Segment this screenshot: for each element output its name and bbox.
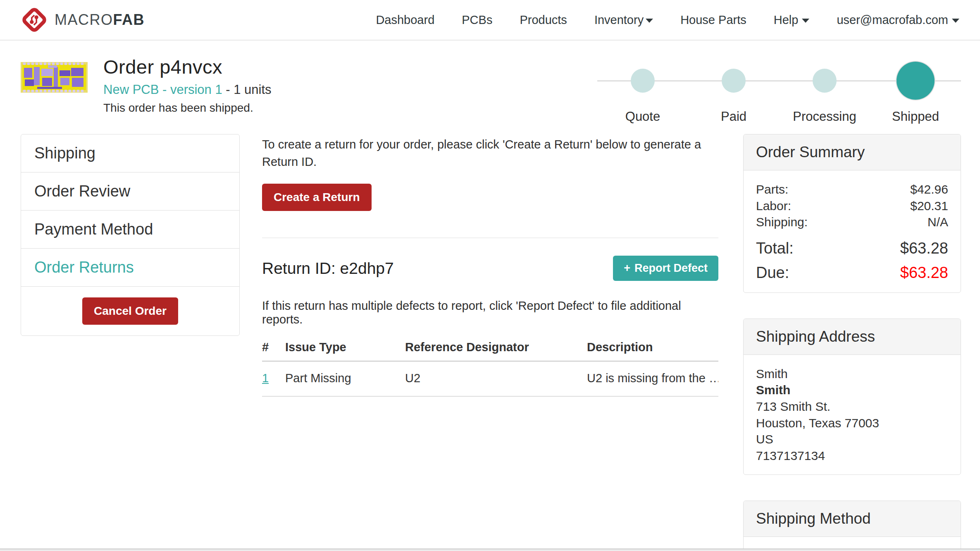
create-return-instructions: To create a return for your order, pleas… bbox=[262, 136, 718, 170]
defect-issue-type: Part Missing bbox=[285, 371, 405, 385]
caret-down-icon bbox=[646, 19, 653, 23]
summary-row-due: Due:$63.28 bbox=[756, 264, 948, 282]
caret-down-icon bbox=[802, 19, 809, 23]
report-defect-button[interactable]: +Report Defect bbox=[613, 256, 718, 281]
address-line: Smith bbox=[756, 366, 948, 382]
page-title: Order p4nvcx bbox=[103, 55, 272, 78]
address-line: 7137137134 bbox=[756, 448, 948, 464]
order-info-column: Order Summary Parts:$42.96 Labor:$20.31 … bbox=[743, 134, 961, 551]
nav-item-house-parts[interactable]: House Parts bbox=[680, 13, 746, 27]
macrofab-logo[interactable]: MACROFAB bbox=[21, 6, 145, 34]
defect-reference-designator: U2 bbox=[405, 371, 587, 385]
progress-dot-processing bbox=[813, 69, 837, 93]
footer-divider bbox=[0, 549, 980, 551]
shipping-address-panel: Shipping Address Smith Smith 713 Smith S… bbox=[743, 319, 961, 475]
multiple-defects-note: If this return has multiple defects to r… bbox=[262, 299, 718, 326]
order-header: Order p4nvcx New PCB - version 1 - 1 uni… bbox=[21, 55, 961, 124]
sidebar-item-shipping[interactable]: Shipping bbox=[21, 134, 239, 172]
pcb-thumbnail-image[interactable] bbox=[21, 62, 88, 93]
cancel-order-button[interactable]: Cancel Order bbox=[82, 297, 178, 325]
order-section-sidebar: Shipping Order Review Payment Method Ord… bbox=[21, 134, 240, 336]
order-status-text: This order has been shipped. bbox=[103, 101, 272, 115]
address-line: 713 Smith St. bbox=[756, 398, 948, 415]
top-navbar: MACROFAB Dashboard PCBs Products Invento… bbox=[0, 0, 980, 41]
shipping-method-panel: Shipping Method Please select a shipping… bbox=[743, 501, 961, 551]
summary-row-shipping: Shipping:N/A bbox=[756, 214, 948, 230]
address-line: Houston, Texas 77003 bbox=[756, 415, 948, 431]
summary-row-labor: Labor:$20.31 bbox=[756, 198, 948, 214]
column-header-description: Description bbox=[587, 340, 718, 354]
sidebar-item-order-review[interactable]: Order Review bbox=[21, 172, 239, 210]
progress-dot-quote bbox=[631, 69, 655, 93]
sidebar-item-order-returns[interactable]: Order Returns bbox=[21, 248, 239, 286]
return-id-heading: Return ID: e2dhp7 bbox=[262, 259, 394, 278]
defect-description: U2 is missing from the … bbox=[587, 371, 718, 385]
nav-item-pcbs[interactable]: PCBs bbox=[462, 13, 492, 27]
units-suffix: - 1 units bbox=[222, 82, 272, 97]
progress-dot-shipped bbox=[897, 62, 935, 100]
amount-due-value: $63.28 bbox=[900, 264, 948, 282]
shipping-method-title: Shipping Method bbox=[744, 501, 961, 537]
plus-icon: + bbox=[624, 262, 630, 274]
summary-row-parts: Parts:$42.96 bbox=[756, 181, 948, 198]
user-account-menu[interactable]: user@macrofab.com bbox=[837, 13, 959, 27]
progress-step-quote: Quote bbox=[597, 55, 688, 124]
address-line: US bbox=[756, 431, 948, 448]
nav-menu: Dashboard PCBs Products Inventory House … bbox=[348, 13, 959, 27]
create-return-button[interactable]: Create a Return bbox=[262, 184, 372, 211]
nav-item-inventory[interactable]: Inventory bbox=[594, 13, 653, 27]
progress-dot-paid bbox=[722, 69, 746, 93]
column-header-reference-designator: Reference Designator bbox=[405, 340, 587, 354]
brand-wordmark: MACROFAB bbox=[55, 11, 145, 29]
order-summary-title: Order Summary bbox=[744, 134, 961, 170]
progress-step-shipped: Shipped bbox=[870, 55, 961, 124]
progress-step-processing: Processing bbox=[779, 55, 870, 124]
section-divider bbox=[262, 237, 718, 238]
defect-report-link[interactable]: 1 bbox=[262, 371, 269, 385]
pcb-version-link[interactable]: New PCB - version 1 bbox=[103, 82, 222, 97]
table-row: 1 Part Missing U2 U2 is missing from the… bbox=[262, 362, 718, 397]
shipping-address-title: Shipping Address bbox=[744, 319, 961, 355]
progress-step-paid: Paid bbox=[688, 55, 779, 124]
caret-down-icon bbox=[952, 19, 959, 23]
address-line: Smith bbox=[756, 382, 948, 398]
nav-item-dashboard[interactable]: Dashboard bbox=[376, 13, 434, 27]
column-header-number: # bbox=[262, 340, 285, 354]
order-progress-tracker: Quote Paid Processing Shipped bbox=[597, 55, 961, 124]
nav-item-help[interactable]: Help bbox=[774, 13, 810, 27]
cancel-order-cell: Cancel Order bbox=[21, 286, 239, 335]
column-header-issue-type: Issue Type bbox=[285, 340, 405, 354]
summary-row-total: Total:$63.28 bbox=[756, 240, 948, 257]
nav-item-products[interactable]: Products bbox=[520, 13, 567, 27]
defect-table-header-row: # Issue Type Reference Designator Descri… bbox=[262, 340, 718, 362]
defect-reports-table: # Issue Type Reference Designator Descri… bbox=[262, 340, 718, 397]
order-summary-panel: Order Summary Parts:$42.96 Labor:$20.31 … bbox=[743, 134, 961, 293]
sidebar-item-payment-method[interactable]: Payment Method bbox=[21, 210, 239, 248]
order-returns-panel: To create a return for your order, pleas… bbox=[262, 134, 718, 397]
macrofab-diamond-icon bbox=[21, 6, 48, 34]
